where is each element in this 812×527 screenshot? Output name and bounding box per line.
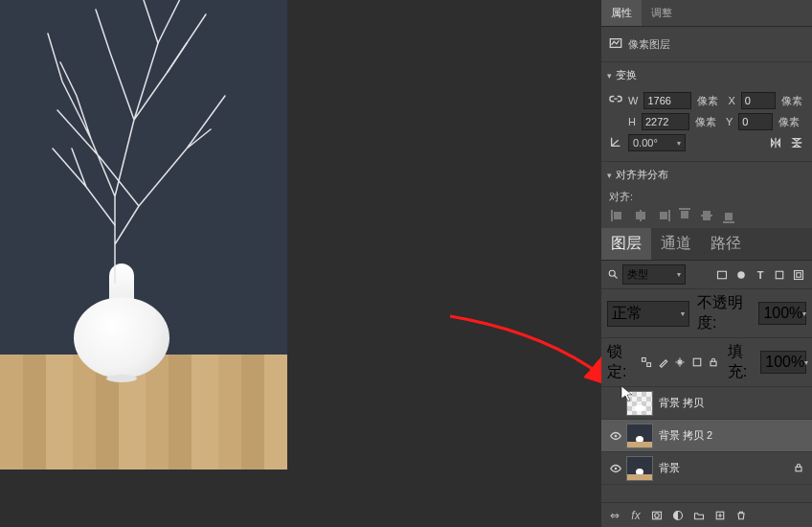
align-vcenter-button[interactable]: [699, 208, 714, 223]
height-input[interactable]: [642, 113, 689, 130]
angle-icon: [609, 135, 622, 150]
adjustment-layer-button[interactable]: [670, 508, 686, 523]
align-label: 对齐:: [609, 190, 804, 204]
fill-label: 填充:: [728, 342, 757, 382]
blend-mode-dropdown[interactable]: 正常▾: [607, 301, 689, 327]
layer-thumbnail[interactable]: [626, 456, 653, 481]
y-input[interactable]: [738, 113, 773, 130]
chevron-down-icon: ▾: [607, 71, 612, 80]
filter-adjust-icon[interactable]: [733, 267, 749, 283]
svg-point-11: [615, 434, 618, 437]
branches-illustration: [43, 5, 235, 283]
layer-name[interactable]: 背景: [659, 461, 793, 475]
lock-all-button[interactable]: [707, 355, 719, 370]
layer-item[interactable]: 背景: [601, 452, 812, 485]
chevron-down-icon: ▾: [607, 171, 612, 180]
properties-tabs: 属性 调整: [601, 0, 812, 27]
h-label: H: [628, 116, 636, 127]
svg-point-12: [615, 467, 618, 470]
filter-kind-dropdown[interactable]: 类型▾: [622, 264, 686, 285]
rotation-value: 0.00°: [633, 137, 658, 149]
x-label: X: [728, 95, 734, 106]
tab-paths[interactable]: 路径: [701, 228, 751, 260]
delete-layer-button[interactable]: [733, 508, 749, 523]
layer-name[interactable]: 背景 拷贝 2: [659, 428, 808, 443]
svg-rect-13: [796, 467, 801, 471]
fill-value: 100%: [765, 354, 804, 371]
tab-adjustments[interactable]: 调整: [642, 0, 682, 26]
layer-item[interactable]: 背景 拷贝 2: [601, 420, 812, 452]
tab-properties[interactable]: 属性: [601, 0, 642, 26]
svg-rect-2: [718, 271, 727, 279]
link-layers-button[interactable]: ⇔: [607, 508, 622, 523]
layer-fx-button[interactable]: fx: [628, 508, 643, 523]
filter-search-icon: [607, 268, 619, 282]
filter-kind-value: 类型: [627, 267, 648, 282]
link-wh-icon[interactable]: [609, 93, 622, 108]
align-left-button[interactable]: [611, 208, 626, 223]
cursor-icon: [620, 385, 634, 406]
svg-rect-7: [643, 358, 646, 362]
pixel-layer-icon: [609, 36, 622, 52]
filter-pixel-icon[interactable]: [714, 267, 730, 283]
fill-dropdown[interactable]: 100%▾: [760, 351, 806, 374]
lock-position-button[interactable]: [673, 355, 686, 370]
visibility-toggle[interactable]: [605, 429, 626, 443]
svg-point-15: [655, 513, 660, 517]
opacity-dropdown[interactable]: 100%▾: [758, 302, 806, 325]
lock-transparent-button[interactable]: [641, 355, 653, 370]
filter-type-icon[interactable]: T: [753, 267, 768, 283]
svg-point-3: [737, 271, 745, 279]
svg-rect-9: [693, 358, 701, 366]
layer-thumbnail[interactable]: [626, 424, 653, 448]
lock-pixels-button[interactable]: [657, 355, 669, 370]
y-unit: 像素: [778, 115, 800, 129]
add-mask-button[interactable]: [649, 508, 665, 523]
svg-point-1: [609, 270, 615, 276]
lock-label: 锁定:: [607, 342, 637, 382]
svg-rect-4: [776, 271, 783, 279]
layers-panel: 图层 通道 路径 类型▾ T 正常▾ 不透明度: 100%▾ 锁定:: [601, 228, 812, 527]
h-unit: 像素: [695, 115, 716, 129]
vase-illustration: [69, 264, 174, 378]
new-layer-button[interactable]: [712, 508, 728, 523]
lock-artboard-button[interactable]: [690, 355, 703, 370]
layer-name[interactable]: 背景 拷贝: [659, 396, 808, 410]
width-input[interactable]: [643, 92, 691, 109]
svg-rect-6: [797, 272, 801, 277]
properties-layer-type: 像素图层: [601, 27, 812, 62]
opacity-label: 不透明度:: [697, 293, 755, 333]
svg-rect-10: [710, 361, 716, 366]
document-canvas[interactable]: [0, 0, 287, 470]
transform-header-label: 变换: [616, 68, 637, 82]
tab-layers[interactable]: 图层: [601, 228, 651, 260]
align-buttons-row: [611, 208, 804, 223]
blend-mode-value: 正常: [612, 304, 643, 324]
filter-shape-icon[interactable]: [772, 267, 787, 283]
layers-panel-footer: ⇔ fx: [601, 502, 812, 527]
x-unit: 像素: [781, 94, 802, 108]
flip-horizontal-button[interactable]: [768, 135, 783, 150]
filter-smart-icon[interactable]: [791, 267, 806, 283]
rotation-input[interactable]: 0.00°▾: [628, 134, 686, 151]
w-unit: 像素: [697, 94, 718, 108]
align-top-button[interactable]: [677, 208, 692, 223]
visibility-toggle[interactable]: [605, 462, 626, 475]
align-hcenter-button[interactable]: [633, 208, 648, 223]
tab-channels[interactable]: 通道: [651, 228, 701, 260]
lock-icon: [793, 462, 808, 475]
w-label: W: [628, 95, 638, 106]
new-group-button[interactable]: [691, 508, 707, 523]
align-header-label: 对齐并分布: [616, 168, 668, 182]
align-right-button[interactable]: [655, 208, 670, 223]
opacity-value: 100%: [763, 305, 802, 322]
layer-type-label: 像素图层: [628, 37, 670, 52]
x-input[interactable]: [741, 92, 776, 109]
section-transform[interactable]: ▾ 变换: [601, 62, 812, 88]
svg-rect-5: [795, 270, 803, 279]
section-align[interactable]: ▾ 对齐并分布: [601, 162, 812, 188]
y-label: Y: [726, 116, 733, 127]
flip-vertical-button[interactable]: [789, 135, 804, 150]
svg-rect-8: [647, 363, 651, 367]
align-bottom-button[interactable]: [721, 208, 736, 223]
